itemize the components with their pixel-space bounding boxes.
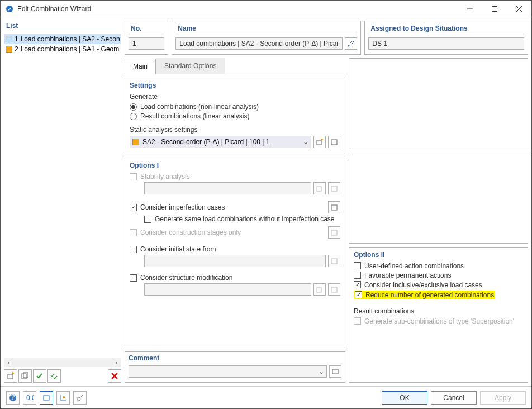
radio-label: Result combinations (linear analysis) xyxy=(140,112,249,120)
list-item-num: 1 xyxy=(15,35,18,43)
svg-rect-19 xyxy=(332,369,338,374)
delete-button[interactable] xyxy=(108,369,121,383)
maximize-button[interactable] xyxy=(482,1,507,17)
check-imperfection[interactable]: Consider imperfection cases xyxy=(130,201,340,213)
svg-rect-18 xyxy=(331,287,337,292)
edit-imperfection-button[interactable] xyxy=(328,201,340,213)
settings-header: Settings xyxy=(130,82,340,89)
list-item[interactable]: 1 Load combinations | SA2 - Secon xyxy=(4,34,121,44)
comment-header: Comment xyxy=(129,354,341,362)
scroll-left-icon[interactable]: ‹ xyxy=(4,358,13,367)
no-header: No. xyxy=(129,23,164,35)
svg-point-27 xyxy=(77,397,80,401)
horizontal-scrollbar[interactable]: ‹ › xyxy=(4,358,121,367)
list-toolbar xyxy=(4,369,121,383)
check-label: Consider initial state from xyxy=(140,245,216,253)
minimize-button[interactable] xyxy=(458,1,482,17)
svg-rect-7 xyxy=(23,373,28,378)
check-structure-mod[interactable]: Consider structure modification xyxy=(130,274,340,282)
svg-text:0,00: 0,00 xyxy=(26,394,34,402)
checkbox-icon xyxy=(354,281,361,288)
radio-icon xyxy=(130,103,137,111)
radio-linear[interactable]: Result combinations (linear analysis) xyxy=(130,112,340,120)
svg-rect-23 xyxy=(44,396,49,400)
cancel-button[interactable]: Cancel xyxy=(431,391,477,405)
tab-standard-options[interactable]: Standard Options xyxy=(156,58,225,74)
close-button[interactable] xyxy=(507,1,531,17)
tab-main[interactable]: Main xyxy=(125,59,156,74)
check-inclusive[interactable]: Consider inclusive/exclusive load cases xyxy=(354,281,523,289)
checkbox-icon xyxy=(355,291,362,298)
chevron-down-icon: ⌄ xyxy=(319,368,324,375)
svg-rect-17 xyxy=(317,288,321,292)
check-initial-state[interactable]: Consider initial state from xyxy=(130,245,340,253)
static-label: Static analysis settings xyxy=(130,126,340,134)
dialog-window: Edit Combination Wizard List 1 Load comb… xyxy=(0,0,532,409)
list[interactable]: 1 Load combinations | SA2 - Secon 2 Load… xyxy=(4,34,121,358)
apply-button: Apply xyxy=(480,391,526,405)
top-right-placeholder xyxy=(349,58,528,149)
edit-static-button[interactable] xyxy=(328,136,340,148)
scroll-track[interactable] xyxy=(13,358,112,367)
checkbox-icon xyxy=(130,204,137,211)
svg-rect-16 xyxy=(331,259,337,264)
app-icon xyxy=(5,4,14,13)
checkbox-icon xyxy=(354,317,361,325)
new-static-button[interactable] xyxy=(314,136,326,148)
list-item[interactable]: 2 Load combinations | SA1 - Geom xyxy=(4,44,121,54)
check-button[interactable] xyxy=(33,369,46,383)
checkbox-icon xyxy=(144,216,151,223)
units-button[interactable]: 0,00 xyxy=(23,391,36,405)
color-swatch-icon xyxy=(6,46,12,53)
static-analysis-combo[interactable]: SA2 - Second-order (P-Δ) | Picard | 100 … xyxy=(130,136,311,148)
check-label: Consider construction stages only xyxy=(140,229,241,236)
ok-button[interactable]: OK xyxy=(382,391,428,405)
checkbox-icon xyxy=(130,274,137,282)
edit-initial-button xyxy=(328,255,340,267)
view-button[interactable] xyxy=(40,391,53,405)
help-button[interactable]: ? xyxy=(6,391,20,405)
footer: ? 0,00 OK Cancel Apply xyxy=(1,386,531,408)
svg-rect-2 xyxy=(492,6,497,11)
settings-button[interactable] xyxy=(73,391,87,405)
radio-label: Load combinations (non-linear analysis) xyxy=(140,103,259,111)
edit-construction-button xyxy=(328,226,340,239)
check-label: Consider structure modification xyxy=(140,274,232,282)
svg-rect-15 xyxy=(331,230,337,235)
checkbox-icon xyxy=(130,229,137,236)
svg-rect-12 xyxy=(317,187,321,191)
check-label: Stability analysis xyxy=(140,173,190,180)
checkbox-icon xyxy=(130,246,137,253)
list-header: List xyxy=(4,21,121,32)
assigned-box: Assigned to Design Situations DS 1 xyxy=(364,21,528,55)
comment-combo[interactable]: ⌄ xyxy=(129,365,327,378)
copy-item-button[interactable] xyxy=(18,369,32,383)
check-label: Consider imperfection cases xyxy=(140,203,225,211)
edit-name-button[interactable] xyxy=(345,37,357,50)
check-all-button[interactable] xyxy=(48,369,61,383)
comment-button[interactable] xyxy=(329,365,341,378)
stability-combo xyxy=(144,182,311,194)
list-item-label: Load combinations | SA2 - Secon xyxy=(21,35,120,43)
new-item-button[interactable] xyxy=(4,369,17,383)
list-panel: List 1 Load combinations | SA2 - Secon 2… xyxy=(4,21,121,383)
checkbox-icon xyxy=(354,262,361,269)
check-favorable[interactable]: Favorable permanent actions xyxy=(354,272,523,279)
scroll-right-icon[interactable]: › xyxy=(112,358,121,367)
window-buttons xyxy=(458,1,531,17)
name-box: Name Load combinations | SA2 - Second-or… xyxy=(172,21,361,55)
radio-icon xyxy=(130,113,137,120)
check-reduce-number[interactable]: Reduce number of generated combinations xyxy=(354,291,523,299)
assigned-input[interactable]: DS 1 xyxy=(368,37,524,50)
svg-point-26 xyxy=(63,396,65,398)
no-input[interactable]: 1 xyxy=(129,37,164,50)
svg-text:?: ? xyxy=(11,394,15,401)
check-label: Favorable permanent actions xyxy=(364,272,451,279)
radio-nonlinear[interactable]: Load combinations (non-linear analysis) xyxy=(130,103,340,111)
name-input[interactable]: Load combinations | SA2 - Second-order (… xyxy=(175,37,343,50)
check-gen-same-load[interactable]: Generate same load combinations without … xyxy=(144,215,340,223)
options2-header: Options II xyxy=(354,251,523,259)
check-user-defined[interactable]: User-defined action combinations xyxy=(354,262,523,270)
result-comb-header: Result combinations xyxy=(354,307,523,315)
model-button[interactable] xyxy=(56,391,70,405)
